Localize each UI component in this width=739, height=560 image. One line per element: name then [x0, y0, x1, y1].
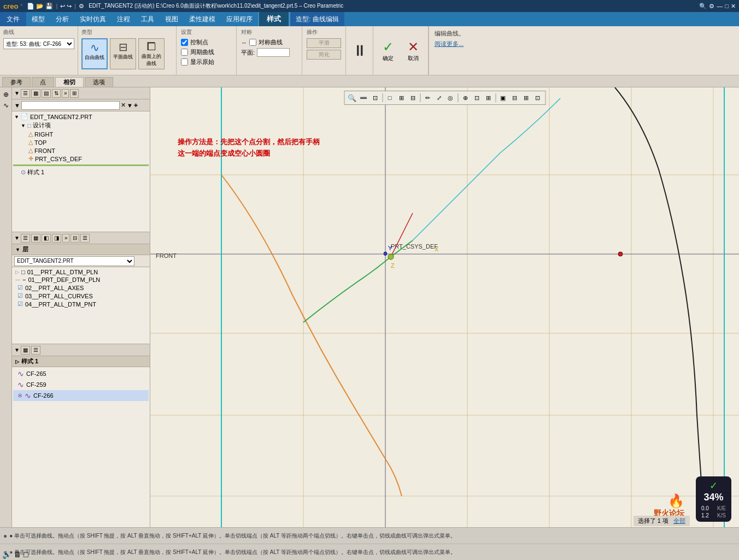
settings-btn[interactable]: ⚙ — [709, 3, 714, 10]
display-btn1[interactable]: ▣ — [497, 92, 508, 103]
tree-filter-btn[interactable]: ▤ — [42, 89, 51, 98]
sym-curve-check[interactable]: ↔ 对称曲线 — [241, 38, 297, 46]
tree-add-btn[interactable]: + — [134, 101, 138, 109]
tree-item-right[interactable]: △ RIGHT — [13, 130, 149, 138]
cancel-btn[interactable]: ✕ 取消 — [403, 37, 424, 65]
plane-curve-btn[interactable]: ⊟ 平面曲线 — [110, 38, 136, 69]
snap-btn[interactable]: ⊕ — [1, 90, 11, 99]
display-btn2[interactable]: ⊟ — [509, 92, 520, 103]
redo-icon[interactable]: ↪ — [67, 3, 72, 10]
pen-btn[interactable]: ✏ — [422, 92, 433, 103]
style-panel-btn2[interactable]: ☰ — [31, 346, 40, 355]
display-btn4[interactable]: ⊡ — [532, 92, 543, 103]
tree-expand-icon[interactable]: ▼ — [14, 90, 20, 96]
tree-item-front[interactable]: △ FRONT — [13, 146, 149, 155]
smooth-btn[interactable]: 平滑 — [307, 38, 341, 48]
monitor-icon[interactable]: 🖥 — [14, 550, 21, 559]
tree-search-input[interactable] — [21, 101, 120, 110]
axis-btn3[interactable]: ⊞ — [483, 92, 494, 103]
zoom-fit-btn[interactable]: ⊡ — [370, 92, 380, 103]
view-btn[interactable]: ⊟ — [407, 92, 418, 103]
layer-show-btn[interactable]: ◨ — [52, 234, 61, 243]
frame-btn[interactable]: □ — [384, 92, 395, 103]
tab-options[interactable]: 选项 — [85, 77, 113, 87]
tree-item-top[interactable]: △ TOP — [13, 138, 149, 146]
free-curve-btn[interactable]: ∿ 自由曲线 — [81, 38, 108, 69]
tree-item-csys[interactable]: ✛ PRT_CSYS_DEF — [13, 155, 149, 163]
control-points-checkbox[interactable] — [181, 39, 188, 46]
undo-icon[interactable]: ↩ — [60, 3, 65, 10]
tree-sort-btn[interactable]: ⇅ — [52, 89, 61, 98]
layer-hide-btn[interactable]: ◧ — [42, 234, 51, 243]
menu-apps[interactable]: 应用程序 — [221, 12, 258, 26]
misc-icon[interactable]: ⚙ — [79, 3, 84, 10]
sym-curve-checkbox[interactable] — [249, 39, 256, 46]
tab-points[interactable]: 点 — [32, 77, 54, 87]
layer-expand-icon[interactable]: ▼ — [14, 235, 20, 241]
new-icon[interactable]: 📄 — [27, 3, 34, 10]
curve-item-cf259[interactable]: ∿ CF-259 — [13, 379, 149, 390]
menu-simulation[interactable]: 实时仿真 — [74, 12, 112, 26]
curve-dropdown[interactable]: 造型: 53: 曲线: CF-266 — [3, 38, 74, 49]
plane-input[interactable] — [257, 48, 290, 57]
control-points-check[interactable]: 控制点 — [181, 38, 232, 46]
close-btn[interactable]: ✕ — [731, 3, 736, 10]
confirm-btn[interactable]: ✓ 确定 — [378, 37, 398, 65]
display-btn3[interactable]: ⊞ — [520, 92, 531, 103]
zoom-out-btn[interactable]: ➖ — [358, 92, 369, 103]
simplify-btn[interactable]: 简化 — [307, 50, 341, 60]
tab-tangent[interactable]: 相切 — [55, 77, 84, 87]
open-icon[interactable]: 📂 — [36, 3, 44, 10]
tree-item-design[interactable]: ▼ □ 设计项 — [13, 121, 149, 130]
tree-search-clear[interactable]: ✕ — [121, 102, 126, 109]
layer-item-1[interactable]: ▷ □ 01__PRT_ALL_DTM_PLN — [13, 268, 149, 276]
tree-list-btn[interactable]: ☰ — [21, 89, 30, 98]
sketch-btn[interactable]: ∿ — [1, 101, 11, 110]
surface-curve-btn[interactable]: ⧠ 曲面上的曲线 — [138, 38, 165, 69]
window-icon[interactable]: □ — [24, 550, 28, 559]
layer-item-2[interactable]: — − 01__PRT_DEF_DTM_PLN — [13, 276, 149, 284]
tree-more-btn[interactable]: » — [62, 89, 69, 98]
maximize-btn[interactable]: □ — [725, 3, 729, 10]
read-more-link[interactable]: 阅读更多... — [435, 40, 734, 48]
center-btn[interactable]: ◎ — [445, 92, 456, 103]
sound-icon[interactable]: 🔊 — [2, 550, 11, 559]
style-panel-expand[interactable]: ▼ — [14, 347, 20, 353]
menu-file[interactable]: 文件 — [0, 12, 26, 26]
layer-more-btn[interactable]: » — [62, 234, 70, 243]
search-btn[interactable]: 🔍 — [699, 3, 707, 10]
layer-part-select[interactable]: EDIT_TANGENT2.PRT — [14, 256, 134, 266]
curve-item-cf266[interactable]: ※ ∿ CF-266 — [13, 390, 149, 401]
axis-btn2[interactable]: ⊡ — [471, 92, 482, 103]
menu-annotation[interactable]: 注程 — [112, 12, 136, 26]
menu-analysis[interactable]: 分析 — [50, 12, 74, 26]
layer-item-4[interactable]: ☑ 03__PRT_ALL_CURVES — [13, 292, 149, 300]
layer-grid-btn[interactable]: ▦ — [31, 234, 40, 243]
tab-reference[interactable]: 参考 — [2, 77, 31, 87]
tree-grid-btn[interactable]: ▦ — [31, 89, 40, 98]
layer-list-btn[interactable]: ☰ — [21, 234, 30, 243]
menu-model[interactable]: 模型 — [26, 12, 50, 26]
menu-style[interactable]: 样式 — [258, 12, 290, 26]
periodic-checkbox[interactable] — [181, 49, 188, 56]
tree-search-btn[interactable]: ▼ — [127, 102, 133, 109]
menu-view[interactable]: 视图 — [160, 12, 184, 26]
menu-tools[interactable]: 工具 — [136, 12, 160, 26]
layer-section-header[interactable]: ▼ 层 — [12, 244, 150, 255]
menu-flexible[interactable]: 柔性建模 — [184, 12, 221, 26]
style-panel-btn1[interactable]: ▦ — [21, 346, 30, 355]
layer-item-5[interactable]: ☑ 04__PRT_ALL_DTM_PNT — [13, 300, 149, 308]
viewport[interactable]: 🔍 ➖ ⊡ □ ⊞ ⊟ ✏ ⤢ ◎ ⊕ ⊡ ⊞ ▣ ⊟ ⊞ ⊡ — [150, 87, 739, 527]
tree-item-style[interactable]: ⊙ 样式 1 — [13, 168, 149, 177]
layer-extra-btn2[interactable]: ☰ — [80, 234, 90, 243]
layer-extra-btn1[interactable]: ⊟ — [71, 234, 79, 243]
tree-extra-btn[interactable]: ⊞ — [70, 89, 79, 98]
layer-item-3[interactable]: ☑ 02__PRT_ALL_AXES — [13, 284, 149, 292]
measure-btn[interactable]: ⤢ — [433, 92, 444, 103]
pause-btn[interactable]: ⏸ — [352, 42, 367, 60]
zoom-in-btn[interactable]: 🔍 — [347, 92, 357, 103]
grid-btn[interactable]: ⊞ — [396, 92, 407, 103]
axis-btn1[interactable]: ⊕ — [460, 92, 471, 103]
show-original-check[interactable]: 显示原始 — [181, 58, 232, 66]
style-section-header[interactable]: ▷ 样式 1 — [12, 356, 150, 367]
